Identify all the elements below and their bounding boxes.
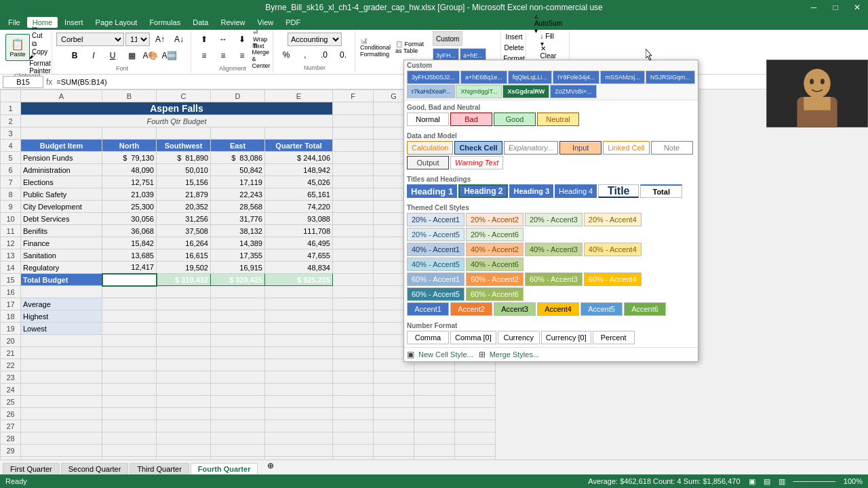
tab-view[interactable]: View bbox=[252, 17, 279, 28]
cell-subtitle[interactable]: Fourth Qtr Budget bbox=[21, 115, 333, 127]
cell-f1[interactable] bbox=[333, 102, 374, 115]
custom-style-10[interactable]: ZoZMVsBi+... bbox=[550, 85, 597, 98]
cell-e11[interactable]: 111,708 bbox=[265, 225, 333, 237]
cell-b14[interactable]: 12,417 bbox=[102, 262, 157, 274]
cell-d10[interactable]: 31,776 bbox=[211, 213, 265, 225]
cell-f15[interactable] bbox=[333, 274, 374, 286]
cell-c11[interactable]: 37,508 bbox=[157, 225, 211, 237]
cell-e15[interactable]: $ 925,235 bbox=[265, 274, 333, 286]
cell-c4[interactable]: Southwest bbox=[157, 140, 211, 152]
cell-b19[interactable] bbox=[102, 323, 157, 335]
cell-b4[interactable]: North bbox=[102, 140, 157, 152]
cell-d6[interactable]: 50,842 bbox=[211, 164, 265, 176]
style-60-accent4[interactable]: 60% - Accent4 bbox=[584, 272, 642, 286]
merge-center-button[interactable]: ⊞ Merge & Center bbox=[252, 48, 270, 63]
style-accent2[interactable]: Accent2 bbox=[450, 302, 492, 316]
tab-data[interactable]: Data bbox=[187, 17, 214, 28]
cell-c7[interactable]: 15,156 bbox=[157, 176, 211, 188]
style-40-accent5[interactable]: 40% - Accent5 bbox=[407, 258, 465, 271]
merge-styles-link[interactable]: ⊞ Merge Styles... bbox=[479, 349, 542, 360]
style-normal[interactable]: Normal bbox=[407, 113, 449, 126]
cell-a12[interactable]: Finance bbox=[21, 237, 102, 249]
cell-f7[interactable] bbox=[333, 176, 374, 188]
cell-e18[interactable] bbox=[265, 310, 333, 323]
font-color-button[interactable]: A🔤 bbox=[161, 48, 178, 63]
cell-a15[interactable]: Total Budget bbox=[21, 274, 102, 286]
style-accent4[interactable]: Accent4 bbox=[537, 302, 579, 316]
col-header-b[interactable]: B bbox=[102, 90, 157, 102]
new-cell-style-link[interactable]: ▣ New Cell Style... bbox=[407, 349, 476, 360]
italic-button[interactable]: I bbox=[85, 48, 102, 63]
cell-d3[interactable] bbox=[211, 127, 265, 140]
cell-b6[interactable]: 48,090 bbox=[102, 164, 157, 176]
cell-e6[interactable]: 148,942 bbox=[265, 164, 333, 176]
cell-d15[interactable]: $ 320,425 bbox=[211, 274, 265, 286]
cell-e13[interactable]: 47,655 bbox=[265, 249, 333, 262]
cell-d11[interactable]: 38,132 bbox=[211, 225, 265, 237]
cell-f17[interactable] bbox=[333, 298, 374, 310]
cell-a19[interactable]: Lowest bbox=[21, 323, 102, 335]
style-explanatory[interactable]: Explanatory... bbox=[504, 141, 558, 155]
style-heading1[interactable]: Heading 1 bbox=[407, 184, 457, 198]
custom-style-8[interactable]: XNgm8ggiT... bbox=[456, 85, 502, 98]
cell-d17[interactable] bbox=[211, 298, 265, 310]
cell-f5[interactable] bbox=[333, 152, 374, 164]
cell-d14[interactable]: 16,915 bbox=[211, 262, 265, 274]
tab-page-layout[interactable]: Page Layout bbox=[90, 17, 143, 28]
style-60-accent3[interactable]: 60% - Accent3 bbox=[525, 272, 583, 286]
col-header-c[interactable]: C bbox=[157, 90, 211, 102]
cell-e17[interactable] bbox=[265, 298, 333, 310]
cell-title[interactable]: Aspen Falls bbox=[21, 102, 333, 115]
close-button[interactable]: ✕ bbox=[846, 0, 868, 15]
style-40-accent2[interactable]: 40% - Accent2 bbox=[466, 243, 524, 256]
cell-f12[interactable] bbox=[333, 237, 374, 249]
style-60-accent6[interactable]: 60% - Accent6 bbox=[466, 287, 524, 301]
style-20-accent1[interactable]: 20% - Accent1 bbox=[407, 213, 465, 226]
cell-e3[interactable] bbox=[265, 127, 333, 140]
col-header-a[interactable]: A bbox=[21, 90, 102, 102]
cell-b17[interactable] bbox=[102, 298, 157, 310]
style-20-accent5[interactable]: 20% - Accent5 bbox=[407, 228, 465, 241]
custom-style-5[interactable]: mSSAMzsj... bbox=[600, 70, 645, 84]
cell-d19[interactable] bbox=[211, 323, 265, 335]
cell-e9[interactable]: 74,220 bbox=[265, 201, 333, 213]
custom-style-7[interactable]: r7kaHdXeaP... bbox=[407, 85, 455, 98]
cell-c17[interactable] bbox=[157, 298, 211, 310]
comma-button[interactable]: , bbox=[296, 47, 314, 62]
style-40-accent6[interactable]: 40% - Accent6 bbox=[466, 258, 524, 271]
cell-d8[interactable]: 22,243 bbox=[211, 188, 265, 201]
bold-button[interactable]: B bbox=[66, 48, 83, 63]
cut-button[interactable]: ✂ Cut bbox=[31, 24, 49, 39]
cell-e7[interactable]: 45,026 bbox=[265, 176, 333, 188]
style-accent3[interactable]: Accent3 bbox=[494, 302, 536, 316]
style-output[interactable]: Output bbox=[407, 156, 449, 169]
cell-b7[interactable]: 12,751 bbox=[102, 176, 157, 188]
col-header-f[interactable]: F bbox=[333, 90, 374, 102]
cell-c5[interactable]: $ 81,890 bbox=[157, 152, 211, 164]
underline-button[interactable]: U bbox=[104, 48, 121, 63]
style-total[interactable]: Total bbox=[640, 184, 682, 198]
cell-d7[interactable]: 17,119 bbox=[211, 176, 265, 188]
cell-reference-input[interactable] bbox=[3, 76, 43, 88]
custom-style-1[interactable]: 3yFHJ5b0SJ2... bbox=[407, 70, 460, 84]
align-top-button[interactable]: ⬆ bbox=[195, 32, 213, 47]
style-note[interactable]: Note bbox=[651, 141, 693, 155]
align-middle-button[interactable]: ↔ bbox=[214, 32, 232, 47]
col-header-e[interactable]: E bbox=[265, 90, 333, 102]
style-linked-cell[interactable]: Linked Cell bbox=[603, 141, 649, 155]
increase-decimal-button[interactable]: .0 bbox=[315, 47, 333, 62]
tab-insert[interactable]: Insert bbox=[59, 17, 89, 28]
cell-a10[interactable]: Debt Services bbox=[21, 213, 102, 225]
cell-c10[interactable]: 31,256 bbox=[157, 213, 211, 225]
cell-a5[interactable]: Pension Funds bbox=[21, 152, 102, 164]
new-cell-style-label[interactable]: New Cell Style... bbox=[416, 349, 476, 360]
font-size-selector[interactable]: 11 bbox=[125, 33, 150, 46]
increase-font-button[interactable]: A↑ bbox=[151, 32, 169, 47]
cell-a8[interactable]: Public Safety bbox=[21, 188, 102, 201]
tab-formulas[interactable]: Formulas bbox=[144, 17, 186, 28]
cell-f9[interactable] bbox=[333, 201, 374, 213]
tab-review[interactable]: Review bbox=[215, 17, 250, 28]
cell-f3[interactable] bbox=[333, 127, 374, 140]
custom-style-9[interactable]: XsGgdralRW bbox=[502, 85, 549, 98]
cell-b5[interactable]: $ 79,130 bbox=[102, 152, 157, 164]
